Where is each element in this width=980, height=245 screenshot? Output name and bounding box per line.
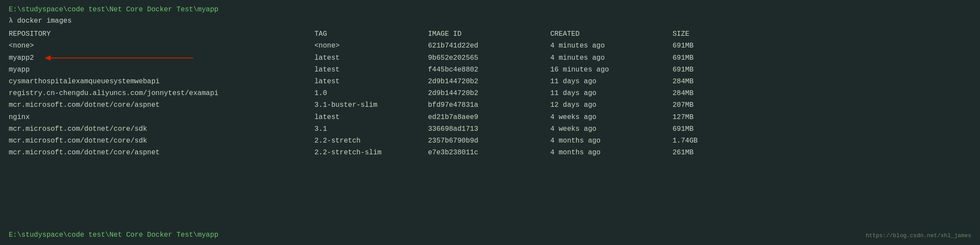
prompt-top: E:\studyspace\code test\Net Core Docker … xyxy=(9,4,971,16)
cell-tag: 1.0 xyxy=(314,88,428,99)
cell-size: 127MB xyxy=(673,112,742,123)
table-row: mcr.microsoft.com/dotnet/core/aspnet3.1-… xyxy=(9,99,971,111)
cell-size: 691MB xyxy=(673,64,742,76)
cell-size: 691MB xyxy=(673,123,742,135)
cell-created: 4 minutes ago xyxy=(550,52,673,64)
cell-imageid: 621b741d22ed xyxy=(428,40,550,52)
table-row: mcr.microsoft.com/dotnet/core/aspnet2.2-… xyxy=(9,147,971,159)
header-created: CREATED xyxy=(550,28,673,40)
table-row: mcr.microsoft.com/dotnet/core/sdk3.13366… xyxy=(9,123,971,135)
cell-repo: cysmarthospitalexamqueuesystemwebapi xyxy=(9,76,314,88)
table-header: REPOSITORY TAG IMAGE ID CREATED SIZE xyxy=(9,28,971,40)
cell-tag: latest xyxy=(314,112,428,123)
cell-imageid: 2d9b144720b2 xyxy=(428,76,550,88)
table-row: myapp2latest9b652e2025654 minutes ago691… xyxy=(9,52,971,64)
prompt-bottom: E:\studyspace\code test\Net Core Docker … xyxy=(9,231,218,239)
cell-repo: myapp xyxy=(9,64,314,76)
table-row: registry.cn-chengdu.aliyuncs.com/jonnyte… xyxy=(9,88,971,99)
cell-imageid: 2357b6790b9d xyxy=(428,135,550,147)
cell-created: 12 days ago xyxy=(550,99,673,111)
cell-tag: latest xyxy=(314,64,428,76)
command-line: λ docker images xyxy=(9,16,971,27)
cell-created: 11 days ago xyxy=(550,76,673,88)
cell-imageid: e7e3b238011c xyxy=(428,147,550,159)
cell-tag: 2.2-stretch xyxy=(314,135,428,147)
table-row: <none><none>621b741d22ed4 minutes ago691… xyxy=(9,40,971,52)
cell-size: 207MB xyxy=(673,99,742,111)
table-row: nginxlatested21b7a8aee94 weeks ago127MB xyxy=(9,112,971,123)
cell-repo: mcr.microsoft.com/dotnet/core/aspnet xyxy=(9,147,314,159)
cell-size: 691MB xyxy=(673,40,742,52)
svg-marker-1 xyxy=(45,55,51,61)
header-imageid: IMAGE ID xyxy=(428,28,550,40)
header-size: SIZE xyxy=(673,28,742,40)
cell-tag: 3.1-buster-slim xyxy=(314,99,428,111)
watermark: https://blog.csdn.net/xhl_james xyxy=(866,232,971,239)
cell-imageid: bfd97e47831a xyxy=(428,99,550,111)
cell-created: 4 weeks ago xyxy=(550,123,673,135)
table-row: mcr.microsoft.com/dotnet/core/sdk2.2-str… xyxy=(9,135,971,147)
table-row: myapplatestf445bc4e880216 minutes ago691… xyxy=(9,64,971,76)
cell-created: 4 weeks ago xyxy=(550,112,673,123)
cell-tag: latest xyxy=(314,76,428,88)
cell-created: 16 minutes ago xyxy=(550,64,673,76)
arrow-icon xyxy=(45,54,193,62)
cell-tag: 2.2-stretch-slim xyxy=(314,147,428,159)
cell-imageid: f445bc4e8802 xyxy=(428,64,550,76)
cell-repo: nginx xyxy=(9,112,314,123)
cell-size: 284MB xyxy=(673,88,742,99)
cell-repo: <none> xyxy=(9,40,314,52)
cell-imageid: 9b652e202565 xyxy=(428,52,550,64)
cell-created: 4 months ago xyxy=(550,147,673,159)
cell-created: 11 days ago xyxy=(550,88,673,99)
terminal: E:\studyspace\code test\Net Core Docker … xyxy=(0,0,980,245)
table-row: cysmarthospitalexamqueuesystemwebapilate… xyxy=(9,76,971,88)
cell-imageid: 336698ad1713 xyxy=(428,123,550,135)
cell-tag: <none> xyxy=(314,40,428,52)
cell-repo: mcr.microsoft.com/dotnet/core/sdk xyxy=(9,123,314,135)
table-container: REPOSITORY TAG IMAGE ID CREATED SIZE <no… xyxy=(9,28,971,159)
cell-size: 1.74GB xyxy=(673,135,742,147)
cell-size: 691MB xyxy=(673,52,742,64)
cell-size: 261MB xyxy=(673,147,742,159)
header-tag: TAG xyxy=(314,28,428,40)
cell-created: 4 minutes ago xyxy=(550,40,673,52)
cell-repo: mcr.microsoft.com/dotnet/core/aspnet xyxy=(9,99,314,111)
cell-repo: registry.cn-chengdu.aliyuncs.com/jonnyte… xyxy=(9,88,314,99)
cell-imageid: ed21b7a8aee9 xyxy=(428,112,550,123)
header-repo: REPOSITORY xyxy=(9,28,314,40)
table-rows: <none><none>621b741d22ed4 minutes ago691… xyxy=(9,40,971,159)
cell-tag: 3.1 xyxy=(314,123,428,135)
cell-created: 4 months ago xyxy=(550,135,673,147)
cell-size: 284MB xyxy=(673,76,742,88)
cell-repo: mcr.microsoft.com/dotnet/core/sdk xyxy=(9,135,314,147)
cell-tag: latest xyxy=(314,52,428,64)
cell-imageid: 2d9b144720b2 xyxy=(428,88,550,99)
